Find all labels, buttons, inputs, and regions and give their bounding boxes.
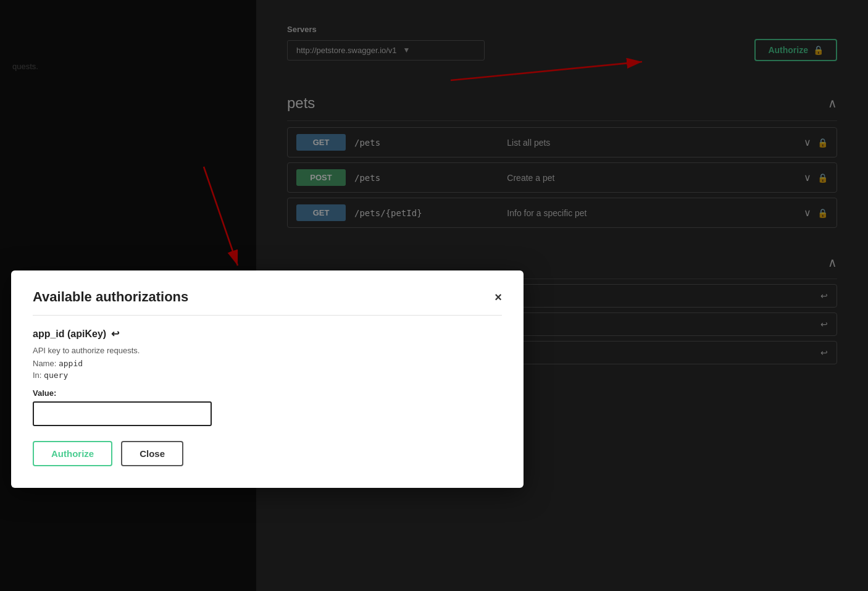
modal-authorize-button[interactable]: Authorize [33,441,112,466]
available-authorizations-modal: Available authorizations × app_id (apiKe… [11,270,524,488]
auth-name-value: appid [59,359,83,368]
auth-description: API key to authorize requests. [33,346,502,355]
auth-section-title: app_id (apiKey) ↩ [33,328,502,340]
modal-close-button[interactable]: × [495,290,502,304]
auth-section-title-text: app_id (apiKey) [33,329,106,340]
modal-title-row: Available authorizations × [33,289,502,316]
modal-title: Available authorizations [33,289,188,305]
auth-meta-name: Name: appid [33,359,502,368]
modal-close-btn[interactable]: Close [121,441,183,466]
auth-meta-in: In: query [33,371,502,380]
value-input[interactable] [33,401,212,426]
return-icon: ↩ [111,328,119,340]
value-label: Value: [33,388,502,398]
auth-in-value: query [44,371,68,380]
modal-buttons: Authorize Close [33,441,502,466]
